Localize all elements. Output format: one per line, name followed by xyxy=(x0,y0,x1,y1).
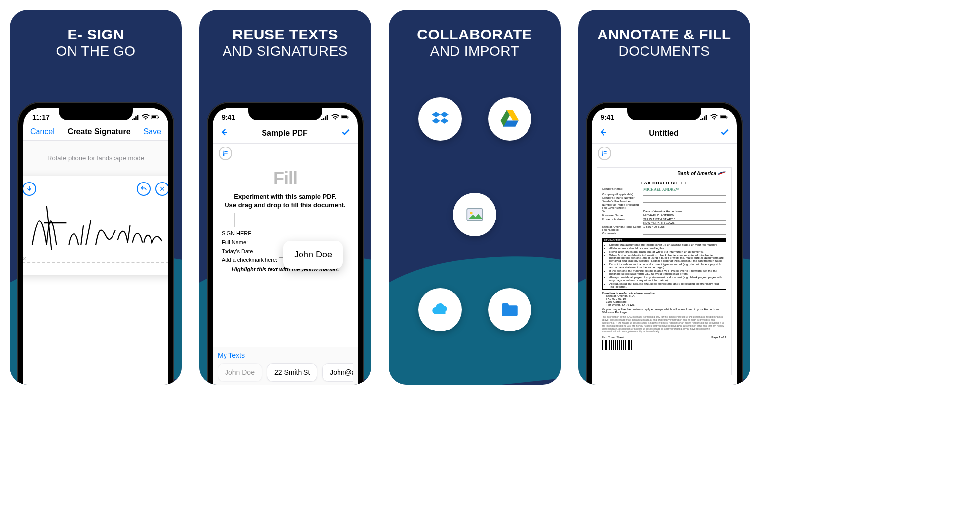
status-icons xyxy=(132,114,159,120)
nav-title: Sample PDF xyxy=(262,129,307,138)
doc-row: Company (if applicable): xyxy=(602,193,726,196)
svg-rect-2 xyxy=(158,117,159,118)
nav-bar: Sample PDF xyxy=(213,123,358,144)
svg-rect-26 xyxy=(615,340,616,350)
back-button[interactable] xyxy=(599,128,607,139)
clear-button[interactable]: ✕ xyxy=(155,182,168,196)
my-texts-panel: My Texts John Doe 22 Smith St John@abc.c xyxy=(213,347,358,385)
svg-rect-30 xyxy=(623,340,624,350)
promo-panel-annotate: ANNOTATE & FILL DOCUMENTS 9:41 Untitled xyxy=(578,10,750,385)
svg-point-10 xyxy=(223,154,224,155)
svg-rect-1 xyxy=(152,116,156,118)
status-icons xyxy=(321,114,349,120)
download-signature-button[interactable] xyxy=(23,182,36,196)
pen-toolbar xyxy=(23,384,168,385)
doc-row: Number of Pages (including Fax Cover She… xyxy=(602,203,726,209)
panel-headline: COLLABORATE xyxy=(417,27,532,42)
signal-icon xyxy=(700,114,708,120)
faxing-tip: Ensure that documents are facing either … xyxy=(609,243,724,246)
panel-headline: ANNOTATE & FILL xyxy=(597,27,731,42)
text-chip[interactable]: 22 Smith St xyxy=(267,363,317,382)
photos-icon[interactable] xyxy=(453,193,496,236)
signature-card: ✕ xyxy=(23,176,168,275)
faxing-tip: Do not include more than one document ty… xyxy=(609,263,724,269)
battery-icon xyxy=(151,114,159,120)
barcode xyxy=(602,340,641,350)
doc-row: Property Address:224 W 112TH ST APT 5 xyxy=(602,218,726,221)
svg-point-12 xyxy=(470,212,472,214)
fax-document[interactable]: Bank of America FAX COVER SHEET Sender's… xyxy=(597,167,732,379)
status-time: 9:41 xyxy=(222,113,235,121)
doc-instruction-2: Use drag and drop to fill this document. xyxy=(222,201,349,209)
svg-rect-29 xyxy=(621,340,622,350)
files-icon[interactable] xyxy=(488,288,531,331)
doc-title: FAX COVER SHEET xyxy=(602,181,726,185)
panel-subhead: ON THE GO xyxy=(56,43,135,59)
signal-icon xyxy=(132,114,140,120)
nav-title: Untitled xyxy=(649,129,678,138)
panel-subhead: AND IMPORT xyxy=(430,43,519,59)
status-time: 9:41 xyxy=(601,113,614,121)
svg-point-18 xyxy=(602,154,603,155)
panel-headline: E- SIGN xyxy=(67,27,124,42)
cancel-button[interactable]: Cancel xyxy=(30,127,55,136)
panel-subhead: AND SIGNATURES xyxy=(223,43,348,59)
fill-logo: Fill xyxy=(222,168,349,189)
svg-point-9 xyxy=(223,153,224,154)
bank-logo: Bank of America xyxy=(678,171,726,176)
nav-bar: Cancel Create Signature Save xyxy=(23,123,168,141)
phone-frame: 9:41 Untitled xyxy=(586,102,743,385)
done-button[interactable] xyxy=(720,127,730,139)
signal-icon xyxy=(321,114,329,120)
label-sign: SIGN HERE xyxy=(222,230,349,236)
promo-panel-reuse: REUSE TEXTS AND SIGNATURES 9:41 Sample P… xyxy=(199,10,371,385)
svg-rect-14 xyxy=(720,116,726,118)
promo-panel-collaborate: COLLABORATE AND IMPORT xyxy=(389,10,561,385)
drag-chip-name[interactable]: John Doe xyxy=(283,241,343,269)
promo-panel-esign: E- SIGN ON THE GO 11:17 Cancel Create Si… xyxy=(10,10,182,385)
doc-row: Sender's Phone Number: xyxy=(602,196,726,199)
notch xyxy=(248,108,322,120)
svg-point-8 xyxy=(223,151,224,152)
doc-row: Borrower Name:MICHAEL B. ANDREW xyxy=(602,214,726,217)
svg-rect-7 xyxy=(348,117,348,118)
nav-bar: Untitled xyxy=(592,123,737,144)
svg-rect-23 xyxy=(609,340,610,350)
svg-rect-22 xyxy=(608,340,608,350)
doc-row: Sender's Fax Number: xyxy=(602,200,726,203)
icloud-icon[interactable] xyxy=(418,288,462,331)
undo-button[interactable] xyxy=(137,182,151,196)
svg-rect-15 xyxy=(727,117,727,118)
rotate-hint: Rotate phone for landscape mode xyxy=(23,141,168,176)
status-icons xyxy=(700,114,728,120)
signature-drawing[interactable] xyxy=(23,196,168,260)
wifi-icon xyxy=(710,114,718,120)
faxing-tips-box: FAXING TIPS Ensure that documents are fa… xyxy=(602,238,726,290)
nav-title: Create Signature xyxy=(68,127,131,136)
faxing-tip: Always provide all pages of any statemen… xyxy=(609,276,724,282)
outline-button[interactable] xyxy=(598,147,611,160)
empty-field[interactable] xyxy=(234,213,336,227)
doc-row: NEW YORK, NY 10026 xyxy=(602,221,726,225)
svg-rect-24 xyxy=(611,340,612,350)
svg-rect-21 xyxy=(605,340,607,350)
faxing-tips-header: FAXING TIPS xyxy=(603,238,726,242)
outline-button[interactable] xyxy=(219,147,232,160)
dropbox-icon[interactable] xyxy=(418,97,462,141)
text-chip[interactable]: John Doe xyxy=(218,363,262,382)
svg-rect-34 xyxy=(631,340,632,350)
annotation-toolbar: Signature A Text Date Stamp Icon xyxy=(592,375,737,385)
doc-row: Sender's Name:MICHAEL ANDREW xyxy=(602,187,726,192)
save-button[interactable]: Save xyxy=(144,127,161,136)
wifi-icon xyxy=(142,114,150,120)
done-button[interactable] xyxy=(341,127,351,139)
doc-row: Comments: xyxy=(602,232,726,235)
back-button[interactable] xyxy=(220,128,228,139)
google-drive-icon[interactable] xyxy=(488,97,531,141)
svg-rect-27 xyxy=(617,340,618,350)
text-chip[interactable]: John@abc.c xyxy=(322,363,353,382)
signature-baseline xyxy=(23,262,168,263)
doc-instruction-1: Experiment with this sample PDF. xyxy=(222,193,349,200)
doc-page-number: Page 1 of 1 xyxy=(711,336,726,339)
doc-row: Bank of America Home Loans Fax Number:1-… xyxy=(602,225,726,231)
